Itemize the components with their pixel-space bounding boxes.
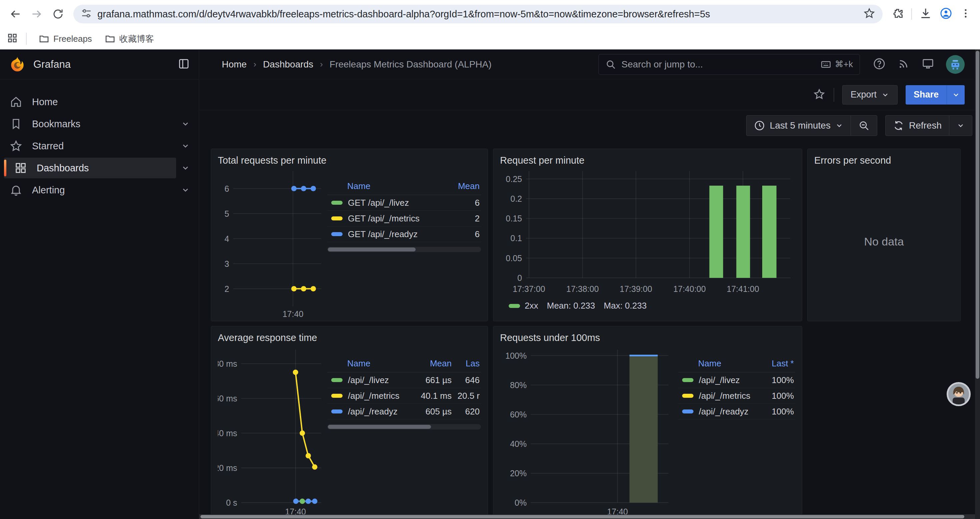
vertical-scrollbar[interactable] (975, 50, 980, 519)
sidebar-item-dashboards[interactable]: Dashboards (4, 158, 176, 178)
assistant-avatar[interactable] (947, 382, 970, 406)
col-name[interactable]: Name (347, 358, 402, 369)
panel-title[interactable]: Average response time (218, 330, 481, 345)
refresh-button[interactable]: Refresh (886, 115, 949, 136)
series-last: 100% (754, 375, 794, 385)
series-name[interactable]: /api/_/readyz (699, 406, 754, 417)
bookmark-folder-blogs[interactable]: 收藏博客 (101, 31, 158, 47)
panel-title[interactable]: Total requests per minute (218, 153, 481, 168)
legend-item[interactable]: 2xx (509, 300, 538, 311)
sidebar-item-bookmarks[interactable]: Bookmarks (4, 113, 176, 134)
series-name[interactable]: /api/_/livez (699, 375, 754, 385)
kiosk-monitor-icon[interactable] (921, 57, 935, 72)
table-row[interactable]: /api/_/readyz 100% (678, 404, 795, 420)
table-scrollbar[interactable] (327, 247, 481, 252)
panel-title[interactable]: Request per minute (500, 153, 795, 168)
user-avatar[interactable] (946, 55, 965, 74)
panel-average-response-time[interactable]: Average response time 17:4080 ms60 ms40 … (211, 326, 488, 519)
panel-title[interactable]: Requests under 100ms (500, 330, 795, 345)
back-icon[interactable] (6, 5, 25, 23)
extensions-icon[interactable] (891, 7, 904, 21)
dock-menu-icon[interactable] (177, 57, 190, 72)
sidebar-item-starred[interactable]: Starred (4, 136, 176, 156)
toolbar-separator (911, 8, 912, 20)
bookmark-folder-freeleaps[interactable]: Freeleaps (35, 31, 96, 46)
sidebar-row-home: Home (4, 91, 195, 112)
search-placeholder: Search or jump to... (621, 59, 815, 70)
table-row[interactable]: GET /api/_/livez 6 (327, 195, 481, 211)
table-row[interactable]: /api/_/livez 661 µs 646 (327, 372, 481, 388)
col-name[interactable]: Name (347, 181, 450, 192)
series-mean: 2 (450, 213, 480, 224)
series-name[interactable]: /api/_/readyz (348, 406, 402, 417)
table-row[interactable]: /api/_/metrics 40.1 ms 20.5 r (327, 388, 481, 404)
apps-grid-icon[interactable] (7, 32, 18, 45)
col-mean[interactable]: Mean (402, 358, 452, 369)
legend-table-header: Name Last * (678, 358, 795, 372)
series-name[interactable]: GET /api/_/metrics (348, 213, 450, 224)
svg-text:0 s: 0 s (226, 498, 237, 507)
menu-kebab-icon[interactable] (960, 8, 971, 21)
chevron-down-icon[interactable] (176, 120, 195, 128)
main-area: Home › Dashboards › Freeleaps Metrics Da… (199, 50, 980, 519)
horizontal-scrollbar[interactable] (199, 514, 975, 519)
table-row[interactable]: /api/_/livez 100% (678, 372, 795, 388)
panel-request-per-minute[interactable]: Request per minute 17:37:0017:38:0017:39… (493, 149, 802, 321)
breadcrumb-separator: › (253, 59, 256, 69)
url-bar[interactable]: grafana.mathmast.com/d/deytv4rwavabkb/fr… (73, 5, 883, 23)
table-row[interactable]: /api/_/readyz 605 µs 620 (327, 404, 481, 420)
breadcrumb-dashboards[interactable]: Dashboards (263, 59, 313, 70)
breadcrumb-home[interactable]: Home (222, 59, 247, 70)
series-name[interactable]: /api/_/metrics (699, 391, 754, 401)
total-requests-chart: 17:4065432 (218, 168, 325, 319)
reload-icon[interactable] (49, 5, 67, 23)
vertical-scrollbar-thumb[interactable] (976, 51, 979, 379)
chevron-down-icon[interactable] (176, 186, 195, 194)
panel-title[interactable]: Errors per second (814, 153, 954, 168)
table-scrollbar[interactable] (327, 424, 481, 430)
panel-errors-per-second[interactable]: Errors per second No data (807, 149, 961, 321)
share-dropdown-button[interactable] (947, 85, 965, 105)
series-mean: 661 µs (402, 375, 452, 385)
table-row[interactable]: /api/_/metrics 100% (678, 388, 795, 404)
col-last[interactable]: Las (452, 358, 480, 369)
col-name[interactable]: Name (698, 358, 754, 369)
search-input[interactable]: Search or jump to... ⌘+k (598, 54, 860, 75)
url-text[interactable]: grafana.mathmast.com/d/deytv4rwavabkb/fr… (97, 9, 855, 20)
series-name[interactable]: GET /api/_/readyz (348, 229, 450, 240)
series-color-pill (331, 409, 342, 414)
series-name[interactable]: /api/_/metrics (348, 391, 402, 401)
download-icon[interactable] (919, 7, 932, 21)
sidebar-item-alerting[interactable]: Alerting (4, 180, 176, 200)
series-name[interactable]: /api/_/livez (348, 375, 402, 385)
bookmark-star-icon[interactable] (863, 7, 875, 21)
toolbar-right (889, 7, 974, 21)
rss-icon[interactable] (897, 57, 910, 72)
chevron-down-icon (881, 91, 889, 99)
table-row[interactable]: GET /api/_/metrics 2 (327, 211, 481, 227)
table-row[interactable]: GET /api/_/readyz 6 (327, 227, 481, 242)
series-name[interactable]: GET /api/_/livez (348, 198, 450, 208)
chevron-down-icon[interactable] (176, 142, 195, 150)
sidebar-item-home[interactable]: Home (4, 91, 176, 112)
chevron-down-icon (835, 121, 843, 129)
site-settings-icon[interactable] (81, 8, 92, 21)
zoom-out-button[interactable] (851, 115, 877, 136)
time-range-picker[interactable]: Last 5 minutes (746, 115, 851, 136)
refresh-interval-dropdown[interactable] (949, 115, 972, 136)
panel-requests-under-100ms[interactable]: Requests under 100ms 17:40100%80%60%40%2… (493, 326, 802, 519)
chevron-down-icon[interactable] (176, 164, 195, 172)
col-last[interactable]: Last * (754, 358, 794, 369)
share-button[interactable]: Share (905, 85, 947, 105)
horizontal-scrollbar-thumb[interactable] (200, 515, 964, 518)
col-mean[interactable]: Mean (450, 181, 480, 192)
help-icon[interactable] (873, 57, 886, 72)
keyboard-icon (820, 59, 832, 70)
export-button[interactable]: Export (842, 85, 897, 105)
profile-icon[interactable] (939, 7, 953, 21)
svg-text:17:40: 17:40 (283, 309, 304, 319)
sidebar-row-starred: Starred (4, 136, 195, 156)
favorite-star-icon[interactable] (813, 88, 826, 102)
panel-total-requests[interactable]: Total requests per minute 17:4065432 Nam… (211, 149, 488, 321)
refresh-group: Refresh (885, 115, 972, 136)
